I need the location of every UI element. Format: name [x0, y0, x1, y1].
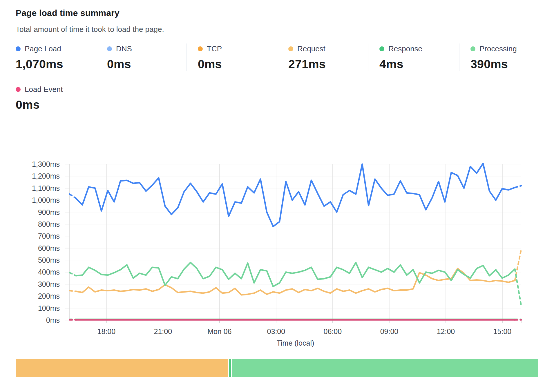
stat-value: 0ms: [107, 57, 181, 71]
x-tick-label: 06:00: [324, 327, 342, 335]
request-legend-dot: [288, 46, 293, 51]
y-tick-label: 100ms: [38, 304, 60, 312]
chart-svg: 0ms100ms200ms300ms400ms500ms600ms700ms80…: [0, 122, 554, 354]
stat-value: 0ms: [16, 98, 63, 112]
y-tick-label: 300ms: [38, 280, 60, 288]
stat-value: 1,070ms: [16, 57, 90, 71]
stat-label: Processing: [479, 44, 517, 53]
y-tick-label: 0ms: [46, 316, 60, 324]
page-load-time-chart[interactable]: 0ms100ms200ms300ms400ms500ms600ms700ms80…: [0, 122, 554, 354]
stat-label: Page Load: [25, 44, 61, 53]
y-tick-label: 600ms: [38, 244, 60, 252]
stat-load-event: Load Event 0ms: [16, 84, 69, 112]
stat-tcp: TCP 0ms: [187, 43, 277, 71]
metrics-summary-row-2: Load Event 0ms: [16, 84, 69, 112]
y-tick-label: 1,000ms: [32, 196, 60, 204]
metrics-summary-row: Page Load 1,070ms DNS 0ms TCP 0ms Reques…: [16, 43, 538, 71]
dns-legend-dot: [107, 46, 112, 51]
stat-value: 4ms: [379, 57, 453, 71]
stat-value: 271ms: [288, 57, 362, 71]
page-load-legend-dot: [16, 46, 21, 51]
y-tick-label: 900ms: [38, 208, 60, 216]
x-tick-label: 09:00: [380, 327, 399, 335]
stat-request: Request 271ms: [277, 43, 368, 71]
processing-legend-dot: [470, 46, 475, 51]
x-tick-label: 18:00: [97, 327, 115, 335]
y-tick-label: 700ms: [38, 232, 60, 240]
stat-label: Load Event: [25, 85, 63, 94]
chart-header: Page load time summary Total amount of t…: [16, 8, 164, 34]
y-tick-label: 1,200ms: [32, 172, 60, 180]
x-tick-label: 21:00: [154, 327, 172, 335]
y-tick-label: 500ms: [38, 256, 60, 264]
x-tick-label: 15:00: [493, 327, 512, 335]
stat-label: Request: [297, 44, 325, 53]
timing-breakdown-bar[interactable]: [16, 359, 538, 377]
page-subtitle: Total amount of time it took to load the…: [16, 25, 164, 34]
stat-processing: Processing 390ms: [459, 43, 538, 71]
stat-label: TCP: [207, 44, 222, 53]
x-tick-label: 03:00: [267, 327, 285, 335]
response-legend-dot: [379, 46, 384, 51]
stat-page-load: Page Load 1,070ms: [16, 43, 96, 71]
y-tick-label: 1,100ms: [32, 184, 60, 192]
y-tick-label: 400ms: [38, 268, 60, 276]
stat-dns: DNS 0ms: [96, 43, 187, 71]
stat-response: Response 4ms: [368, 43, 459, 71]
y-tick-label: 200ms: [38, 292, 60, 300]
stat-value: 390ms: [470, 57, 533, 71]
page-title: Page load time summary: [16, 8, 164, 18]
x-tick-label: Mon 06: [207, 327, 231, 335]
x-axis-title: Time (local): [277, 339, 314, 347]
stat-label: DNS: [116, 44, 132, 53]
load-event-legend-dot: [16, 87, 21, 92]
x-tick-label: 12:00: [437, 327, 455, 335]
bar-segment-processing[interactable]: [232, 359, 538, 377]
y-tick-label: 800ms: [38, 220, 60, 228]
plot-area[interactable]: [70, 164, 521, 320]
stat-label: Response: [388, 44, 422, 53]
bar-segment-request[interactable]: [16, 359, 228, 377]
y-tick-label: 1,300ms: [32, 160, 60, 168]
tcp-legend-dot: [198, 46, 203, 51]
bar-segment-response[interactable]: [229, 359, 231, 377]
stat-value: 0ms: [198, 57, 271, 71]
